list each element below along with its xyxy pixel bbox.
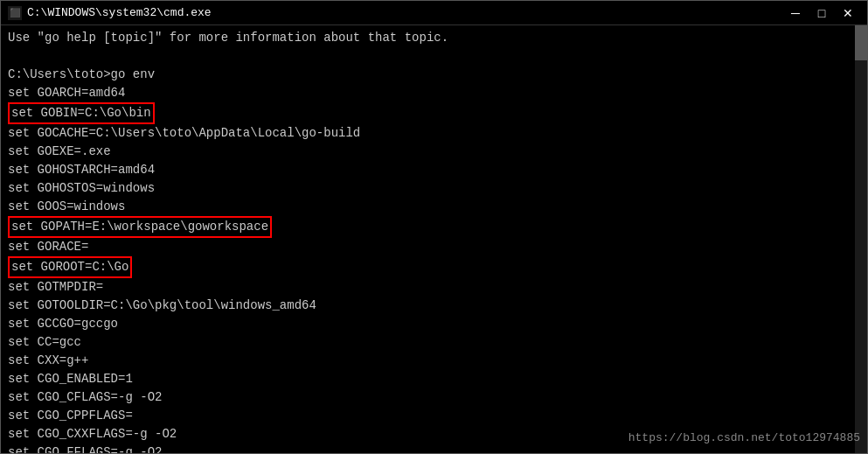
cmd-window: ⬛ C:\WINDOWS\system32\cmd.exe ─ □ ✕ Use … bbox=[0, 0, 868, 454]
console-line: Use "go help [topic]" for more informati… bbox=[8, 29, 860, 47]
console-lines: Use "go help [topic]" for more informati… bbox=[8, 29, 860, 453]
console-line: set GOTMPDIR= bbox=[8, 278, 860, 297]
scrollbar[interactable] bbox=[855, 25, 867, 453]
title-bar-left: ⬛ C:\WINDOWS\system32\cmd.exe bbox=[8, 6, 212, 20]
console-line: set GCCGO=gccgo bbox=[8, 315, 860, 333]
console-line: C:\Users\toto>go env bbox=[8, 66, 860, 84]
console-line bbox=[8, 47, 860, 66]
console-line: set CGO_ENABLED=1 bbox=[8, 370, 860, 388]
console-line: set GOARCH=amd64 bbox=[8, 84, 860, 102]
window-controls[interactable]: ─ □ ✕ bbox=[783, 4, 860, 22]
maximize-button[interactable]: □ bbox=[809, 4, 834, 22]
console-line: set GOTOOLDIR=C:\Go\pkg\tool\windows_amd… bbox=[8, 297, 860, 315]
console-line: set CGO_CPPFLAGS= bbox=[8, 407, 860, 425]
console-line: set GOBIN=C:\Go\bin bbox=[8, 102, 860, 124]
console-line: set CGO_CFLAGS=-g -O2 bbox=[8, 388, 860, 407]
minimize-button[interactable]: ─ bbox=[783, 4, 808, 22]
console-line: set GOOS=windows bbox=[8, 198, 860, 216]
cmd-icon: ⬛ bbox=[8, 6, 22, 20]
console-output: Use "go help [topic]" for more informati… bbox=[1, 25, 867, 453]
console-line: set GOHOSTARCH=amd64 bbox=[8, 161, 860, 179]
console-line: set GOCACHE=C:\Users\toto\AppData\Local\… bbox=[8, 124, 860, 143]
console-line: set CC=gcc bbox=[8, 333, 860, 352]
scrollbar-thumb[interactable] bbox=[855, 25, 867, 60]
console-line: set GOPATH=E:\workspace\goworkspace bbox=[8, 216, 860, 238]
console-line: set GOEXE=.exe bbox=[8, 143, 860, 161]
watermark: https://blog.csdn.net/toto12974885 bbox=[628, 430, 860, 447]
title-bar: ⬛ C:\WINDOWS\system32\cmd.exe ─ □ ✕ bbox=[1, 1, 867, 25]
console-line: set CXX=g++ bbox=[8, 352, 860, 370]
console-line: set GOROOT=C:\Go bbox=[8, 256, 860, 278]
console-line: set GORACE= bbox=[8, 238, 860, 256]
window-title: C:\WINDOWS\system32\cmd.exe bbox=[27, 6, 212, 19]
console-line: set GOHOSTOS=windows bbox=[8, 179, 860, 198]
close-button[interactable]: ✕ bbox=[836, 4, 860, 22]
